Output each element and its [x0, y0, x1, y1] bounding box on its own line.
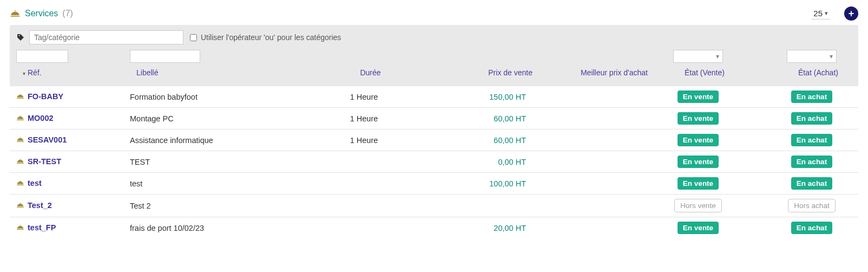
- add-button[interactable]: +: [844, 7, 858, 21]
- etat-achat-badge: En achat: [791, 112, 832, 125]
- prix-vente-cell: 150,00 HT: [414, 93, 530, 101]
- service-bell-icon: [10, 9, 21, 18]
- etat-vente-badge: En vente: [678, 222, 719, 234]
- duree-cell: 1 Heure: [314, 93, 414, 101]
- libelle-cell: Test 2: [130, 202, 314, 210]
- etat-vente-badge: En vente: [678, 177, 719, 190]
- tag-icon: [16, 33, 25, 42]
- etat-achat-filter[interactable]: ▾: [787, 50, 837, 63]
- or-operator-checkbox[interactable]: [190, 34, 197, 41]
- page-title[interactable]: Services: [25, 9, 58, 18]
- etat-vente-badge: En vente: [678, 112, 719, 125]
- libelle-cell: Montage PC: [130, 114, 314, 123]
- table-row: FO-BABYFormation babyfoot1 Heure150,00 H…: [10, 86, 858, 107]
- etat-achat-badge: Hors achat: [788, 199, 835, 212]
- libelle-filter-input[interactable]: [130, 50, 200, 63]
- etat-achat-badge: En achat: [791, 177, 832, 190]
- col-header-duree[interactable]: Durée: [320, 68, 420, 77]
- ref-link[interactable]: Test_2: [16, 201, 52, 210]
- libelle-cell: Assistance informatique: [130, 136, 314, 145]
- etat-achat-badge: En achat: [791, 222, 832, 234]
- table-row: test_FPfrais de port 10/02/2320,00 HTEn …: [10, 217, 858, 238]
- or-operator-label: Utiliser l'opérateur 'ou' pour les catég…: [201, 33, 341, 42]
- service-bell-icon: [16, 114, 24, 121]
- libelle-cell: frais de port 10/02/23: [130, 224, 314, 232]
- ref-filter-input[interactable]: [16, 50, 68, 63]
- ref-text: Test_2: [28, 201, 52, 210]
- col-header-prix-achat[interactable]: Meilleur prix d'achat: [537, 68, 648, 77]
- prix-vente-cell: 60,00 HT: [414, 136, 530, 145]
- libelle-cell: test: [130, 179, 314, 188]
- ref-text: FO-BABY: [28, 92, 63, 101]
- duree-cell: 1 Heure: [314, 136, 414, 145]
- etat-achat-badge: En achat: [791, 156, 832, 168]
- tag-filter-input[interactable]: [29, 30, 183, 44]
- etat-vente-badge: Hors vente: [674, 199, 721, 212]
- prix-vente-cell: 100,00 HT: [414, 179, 530, 188]
- record-count: (7): [62, 9, 73, 18]
- ref-link[interactable]: SESAV001: [16, 135, 67, 144]
- or-operator-toggle[interactable]: Utiliser l'opérateur 'ou' pour les catég…: [188, 33, 341, 43]
- ref-link[interactable]: MO002: [16, 114, 54, 122]
- etat-vente-badge: En vente: [678, 90, 719, 103]
- ref-text: SR-TEST: [28, 157, 61, 166]
- service-bell-icon: [16, 158, 24, 165]
- col-header-libelle[interactable]: Libellé: [136, 68, 320, 77]
- chevron-down-icon: ▾: [830, 53, 833, 60]
- table-row: Test_2Test 2Hors venteHors achat: [10, 194, 858, 217]
- ref-link[interactable]: test: [16, 179, 42, 187]
- ref-text: test: [28, 179, 42, 187]
- ref-text: SESAV001: [28, 135, 67, 144]
- table-row: MO002Montage PC1 Heure60,00 HTEn venteEn…: [10, 107, 858, 129]
- libelle-cell: Formation babyfoot: [130, 93, 314, 101]
- table-row: testtest100,00 HTEn venteEn achat: [10, 172, 858, 194]
- filter-bar: Utiliser l'opérateur 'ou' pour les catég…: [10, 25, 858, 86]
- service-bell-icon: [16, 136, 24, 143]
- libelle-cell: TEST: [130, 158, 314, 166]
- col-header-ref[interactable]: Réf.: [23, 68, 136, 77]
- col-header-prix-vente[interactable]: Prix de vente: [420, 68, 537, 77]
- col-header-etat-achat[interactable]: État (Achat): [761, 68, 868, 77]
- service-bell-icon: [16, 224, 24, 231]
- plus-icon: +: [849, 8, 854, 20]
- ref-link[interactable]: SR-TEST: [16, 157, 61, 166]
- table-row: SR-TESTTEST0,00 HTEn venteEn achat: [10, 151, 858, 172]
- etat-vente-badge: En vente: [678, 134, 719, 146]
- etat-vente-badge: En vente: [678, 156, 719, 168]
- prix-vente-cell: 60,00 HT: [414, 114, 530, 123]
- page-size-value: 25: [813, 9, 823, 18]
- table-row: SESAV001Assistance informatique1 Heure60…: [10, 129, 858, 151]
- etat-achat-badge: En achat: [791, 134, 832, 146]
- chevron-down-icon: ▾: [825, 10, 828, 17]
- etat-achat-badge: En achat: [791, 90, 832, 103]
- prix-vente-cell: 0,00 HT: [414, 158, 530, 166]
- duree-cell: 1 Heure: [314, 114, 414, 123]
- ref-text: test_FP: [28, 223, 56, 232]
- prix-vente-cell: 20,00 HT: [414, 224, 530, 232]
- service-bell-icon: [16, 93, 24, 100]
- service-bell-icon: [16, 179, 24, 186]
- ref-text: MO002: [28, 114, 54, 122]
- page-size-select[interactable]: 25 ▾: [811, 8, 830, 20]
- col-header-etat-vente[interactable]: État (Vente): [648, 68, 761, 77]
- chevron-down-icon: ▾: [716, 53, 719, 60]
- service-bell-icon: [16, 202, 24, 209]
- ref-link[interactable]: test_FP: [16, 223, 56, 232]
- ref-link[interactable]: FO-BABY: [16, 92, 63, 101]
- etat-vente-filter[interactable]: ▾: [673, 50, 723, 63]
